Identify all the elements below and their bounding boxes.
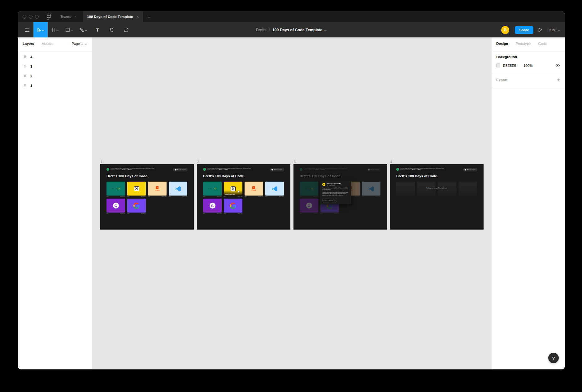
file-title[interactable]: 100 Days of Code Template [272,28,323,32]
tab-teams[interactable]: Teams × [60,15,76,19]
tab-design[interactable]: Design [496,42,508,45]
card-date: May 25, 2021 [237,196,242,197]
toolbar: T Drafts / 100 Days of Code Template B S… [18,22,565,37]
breadcrumb-separator: / [269,28,270,32]
window-controls [23,15,39,19]
shape-tool-button[interactable] [62,22,76,37]
canvas[interactable]: 1 2 3 4 I'm a self-taught designer and d… [92,37,492,369]
hand-tool-button[interactable] [105,22,119,37]
post-card-vscode [362,182,380,196]
page-selector[interactable]: Page 1 [72,42,87,45]
card-day: Day 2 [203,213,205,214]
design-frame-1[interactable]: I'm a self-taught designer and developer… [100,164,194,230]
site-heading: Brett's 100 Days of Code [396,174,437,178]
post-card-google [127,199,146,213]
new-tab-button[interactable]: + [148,14,150,19]
card-caption: Day 1May 25, 2021 [127,196,146,197]
color-swatch[interactable] [496,63,500,67]
chevron-down-icon[interactable] [85,29,87,31]
card-day: Day 5 [106,196,109,197]
strava-logo: ▲STRAVA [155,186,160,191]
window-zoom-button[interactable] [35,15,39,19]
chevron-down-icon[interactable] [42,29,44,31]
background-hex-value[interactable]: E5E5E5 [503,64,523,67]
frame-icon: # [23,84,27,88]
post-card-gatsby: G [203,199,222,213]
visibility-toggle[interactable] [555,64,560,67]
help-button[interactable]: ? [548,353,559,363]
inspector-panel: Design Prototype Code Background E5E5E5 … [492,37,565,369]
card-date: May 30, 2021 [237,213,242,214]
frame-label-4[interactable]: 4 [390,160,392,164]
zoom-level-control[interactable]: 21% [549,28,560,32]
card-date: May 29, 2021 [313,196,318,197]
layer-item-frame-2[interactable]: # 2 [18,71,92,81]
tab-prototype[interactable]: Prototype [515,42,531,45]
card-day: Day 6 [224,213,226,214]
site-topbar: I'm a self-taught designer and developer… [203,168,284,172]
layer-name: 3 [30,65,32,68]
card-date: May 27, 2021 [376,196,380,197]
figma-logo-icon [47,14,51,20]
close-icon[interactable]: × [74,15,76,19]
toolbar-right: B Share 21% [501,26,560,34]
pen-tool-button[interactable] [76,22,90,37]
card-day: Day 2 [300,213,302,214]
card-caption: Day 6May 30, 2021 [224,213,242,214]
layer-item-frame-1[interactable]: # 1 [18,81,92,90]
layer-name: 2 [30,74,32,78]
layer-name: 4 [30,55,32,59]
breadcrumb-drafts[interactable]: Drafts [256,28,266,32]
present-button[interactable] [538,28,542,32]
card-caption: Day 4May 28, 2021 [245,196,263,197]
chevron-down-icon[interactable] [71,29,73,31]
site-topbar: I'm a self-taught designer and developer… [300,168,381,172]
design-frame-4[interactable]: I'm a self-taught designer and developer… [390,164,484,230]
frame-icon: # [23,64,27,69]
layer-item-frame-4[interactable]: # 4 [18,52,92,62]
site-intro-text: I'm a self-taught designer and developer… [400,168,447,171]
window-minimize-button[interactable] [29,15,33,19]
card-day: Day 1 [224,196,226,197]
frame-tool-button[interactable] [48,22,62,37]
site-avatar [203,168,206,171]
main-menu-button[interactable] [21,22,33,37]
card-day: Day 5 [203,196,205,197]
tab-code[interactable]: Code [538,42,547,45]
frame-label-2[interactable]: 2 [197,160,199,164]
google-logo [230,203,236,209]
github-icon [175,169,176,170]
window-close-button[interactable] [23,15,26,19]
layer-item-frame-3[interactable]: # 3 [18,62,92,71]
background-opacity-value[interactable]: 100% [523,64,540,67]
design-frame-2[interactable]: I'm a self-taught designer and developer… [197,164,290,230]
card-day: Day 3 [362,196,364,197]
layers-panel: Layers Assets Page 1 # 4 # 3 # 2 [18,37,92,369]
card-caption: Day 5May 29, 2021 [203,196,222,197]
close-icon[interactable]: × [137,15,139,19]
tab-layers[interactable]: Layers [23,42,34,45]
share-button[interactable]: Share [515,26,533,34]
github-icon [271,169,273,170]
tab-bar: Teams × 100 Days of Code Template × + [18,11,565,22]
card-day: Day 6 [127,213,129,214]
site-topbar: I'm a self-taught designer and developer… [106,168,188,172]
tab-assets[interactable]: Assets [42,42,53,45]
vscode-logo [368,186,374,192]
chevron-down-icon[interactable] [325,29,327,31]
frame-label-3[interactable]: 3 [294,160,296,164]
post-card-strava: ▲STRAVA [245,182,263,196]
export-section-title: Export [496,78,507,82]
comment-tool-button[interactable] [119,22,133,37]
add-export-button[interactable]: + [557,77,560,83]
card-caption: Day 1May 25, 2021 [224,196,242,197]
move-tool-button[interactable] [33,22,48,37]
user-avatar[interactable]: B [501,26,509,34]
card-date: May 26, 2021 [313,213,318,214]
text-tool-button[interactable]: T [90,22,105,37]
tab-file-active[interactable]: 100 Days of Code Template × [83,11,143,22]
chevron-down-icon[interactable] [57,29,59,31]
design-frame-3[interactable]: I'm a self-taught designer and developer… [293,164,387,230]
layer-list: # 4 # 3 # 2 # 1 [18,50,92,90]
frame-label-1[interactable]: 1 [101,160,102,164]
